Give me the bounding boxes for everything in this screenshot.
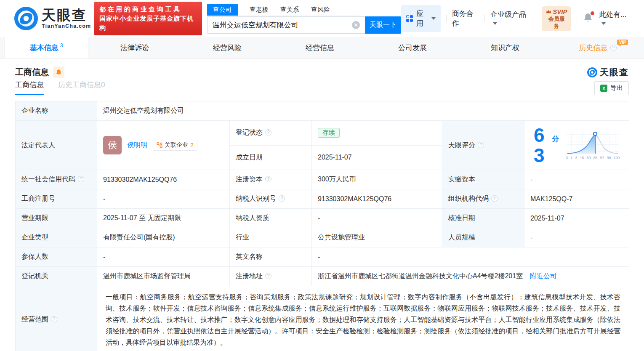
- apps-grid-icon: [406, 15, 413, 22]
- top-header: 天眼查 TianYanCha.com 都在用的商业查询工具 国家中小企业发展子基…: [0, 0, 644, 37]
- staff-size-value: -: [524, 228, 629, 247]
- taxpayer-id-label: 纳税人识别号: [230, 189, 312, 209]
- help-icon[interactable]: [265, 129, 271, 136]
- insured-count-value: -: [97, 247, 230, 267]
- establish-date-label: 成立日期: [230, 145, 312, 170]
- help-icon[interactable]: [279, 195, 285, 202]
- reg-authority-value: 温州市鹿城区市场监督管理局: [97, 267, 230, 286]
- help-icon[interactable]: [265, 176, 271, 182]
- svip-member-badge[interactable]: SVIP 会员服务: [542, 6, 571, 31]
- reg-number-value: -: [97, 189, 230, 209]
- staff-size-label: 人员规模: [442, 228, 524, 247]
- search-tab-company[interactable]: 查公司: [207, 4, 238, 16]
- chevron-down-icon: [601, 22, 606, 25]
- related-companies-badge[interactable]: 关联企业 2: [153, 140, 197, 151]
- insured-count-label: 参保人数: [16, 247, 97, 267]
- table-row: 参保人数 - 英文名称 -: [16, 247, 629, 267]
- search-button[interactable]: 天眼一下: [365, 16, 401, 34]
- reg-authority-label: 登记机关: [16, 267, 97, 286]
- score-label: 天眼评分: [442, 121, 524, 170]
- divider: [536, 15, 536, 22]
- help-icon[interactable]: [265, 273, 271, 279]
- search-tab-relation[interactable]: 查关系: [280, 4, 299, 16]
- table-row: 统一社会信用代码 91330302MAK125QQ76 注册资本 300万人民币…: [16, 170, 629, 189]
- company-type-label: 企业类型: [16, 228, 97, 247]
- help-icon[interactable]: [478, 142, 484, 148]
- logo-title: 天眼查: [42, 8, 91, 22]
- business-term-value: 2025-11-07 至 无固定期限: [97, 209, 230, 228]
- search-tab-risk[interactable]: 查风险: [311, 4, 330, 16]
- business-term-label: 营业期限: [16, 209, 97, 228]
- notification-dot: [591, 11, 594, 15]
- tab-company-development[interactable]: 公司发展: [366, 37, 459, 58]
- business-scope-value: 一般项目：航空商务服务；航空运营支持服务；咨询策划服务；政策法规课题研究；规划设…: [97, 286, 629, 351]
- help-icon[interactable]: [610, 45, 617, 51]
- tianyancha-logo-icon: [14, 7, 38, 30]
- divider: [484, 15, 485, 22]
- divider: [446, 15, 447, 22]
- reg-status-label: 登记状态: [230, 121, 312, 146]
- company-name-label: 企业名称: [16, 101, 97, 121]
- legal-rep-name-link[interactable]: 侯明明: [127, 141, 147, 150]
- tianyancha-logo[interactable]: 天眼查 TianYanCha.com: [14, 7, 91, 30]
- tianyan-score: 63 分: [530, 123, 623, 167]
- monitor-bell-icon[interactable]: [53, 66, 64, 78]
- divider: [577, 15, 577, 22]
- reg-capital-label: 注册资本: [230, 170, 312, 189]
- paid-capital-label: 实缴资本: [442, 170, 524, 189]
- logo-subtitle: TianYanCha.com: [42, 23, 91, 29]
- section-title: 工商信息: [15, 66, 49, 78]
- establish-date-value: 2025-11-07: [312, 145, 442, 170]
- subtab-business-info[interactable]: 工商信息: [15, 80, 44, 95]
- subtabs: 工商信息 历史工商信息0: [15, 80, 105, 95]
- tab-legal-proceedings[interactable]: 法律诉讼: [88, 37, 181, 58]
- score-distribution-chart: 01 315 5085 9799 100: [566, 131, 620, 160]
- help-icon[interactable]: [78, 176, 84, 182]
- network-icon: [157, 142, 162, 148]
- table-row: 企业类型 有限责任公司(国有控股) 行业 公共设施管理业 人员规模 -: [16, 228, 629, 247]
- taxpayer-quality-value: -: [312, 209, 442, 228]
- tab-count-badge: 3: [60, 43, 63, 48]
- search-block: 查公司 查老板 查关系 查风险 ✕ 天眼一下: [207, 4, 401, 34]
- reg-address-value: 浙江省温州市鹿城区七都街道温州金融科技文化中心A4号楼2楼201室: [318, 272, 523, 279]
- business-info-table: 企业名称 温州交运低空规划有限公司 法定代表人 侯 侯明明: [15, 101, 629, 351]
- tab-intellectual-property[interactable]: 知识产权: [459, 37, 551, 58]
- approval-date-label: 核准日期: [442, 209, 524, 228]
- legal-rep-label: 法定代表人: [16, 121, 97, 170]
- search-tab-boss[interactable]: 查老板: [250, 4, 269, 16]
- company-type-value: 有限责任公司(国有控股): [97, 228, 230, 247]
- tab-history-info[interactable]: VIP 历史信息: [551, 37, 644, 58]
- credit-code-value: 91330302MAK125QQ76: [97, 170, 230, 189]
- org-code-value: MAK125QQ-7: [524, 189, 629, 209]
- main-content: 工商信息 天眼查 工商信息 历史工商信息0 x 导出: [0, 66, 644, 351]
- tab-business-info[interactable]: 经营信息: [274, 37, 366, 58]
- subtab-history-business-info[interactable]: 历史工商信息0: [58, 80, 105, 95]
- nav-more-menu[interactable]: 此处有...: [599, 10, 631, 28]
- avatar[interactable]: 侯: [103, 136, 122, 154]
- top-nav: 应用 商务合作 企业级产品 SVIP 会员服务: [401, 5, 631, 32]
- help-icon[interactable]: [491, 195, 498, 202]
- clear-search-icon[interactable]: ✕: [352, 21, 360, 29]
- tab-operational-risk[interactable]: 经营风险: [181, 37, 274, 58]
- notification-bell-icon[interactable]: [583, 13, 593, 25]
- nav-cooperation[interactable]: 商务合作: [452, 9, 479, 28]
- table-row: 工商注册号 - 纳税人识别号 91330302MAK125QQ76 组织机构代码…: [16, 189, 629, 209]
- search-tabs: 查公司 查老板 查关系 查风险: [207, 4, 359, 16]
- help-icon[interactable]: [51, 316, 57, 322]
- apps-menu[interactable]: 应用: [401, 5, 441, 32]
- nav-enterprise-products[interactable]: 企业级产品: [490, 10, 530, 28]
- export-button[interactable]: x 导出: [594, 81, 629, 95]
- reg-address-label: 注册地址: [230, 267, 312, 286]
- tab-basic-info[interactable]: 基本信息 3: [4, 37, 88, 58]
- score-value: 63: [534, 125, 552, 165]
- score-axis-ticks: 01 315 5085 9799 100: [566, 156, 620, 160]
- paid-capital-value: -: [524, 170, 629, 189]
- tianyancha-logo-icon: [587, 67, 597, 77]
- search-input[interactable]: [207, 16, 365, 34]
- crown-icon: [546, 9, 551, 14]
- industry-label: 行业: [230, 228, 312, 247]
- nearby-companies-link[interactable]: 附近公司: [530, 272, 557, 279]
- industry-value: 公共设施管理业: [312, 228, 442, 247]
- table-row: 经营范围 一般项目：航空商务服务；航空运营支持服务；咨询策划服务；政策法规课题研…: [16, 286, 629, 351]
- watermark-logo: 天眼查: [587, 66, 629, 78]
